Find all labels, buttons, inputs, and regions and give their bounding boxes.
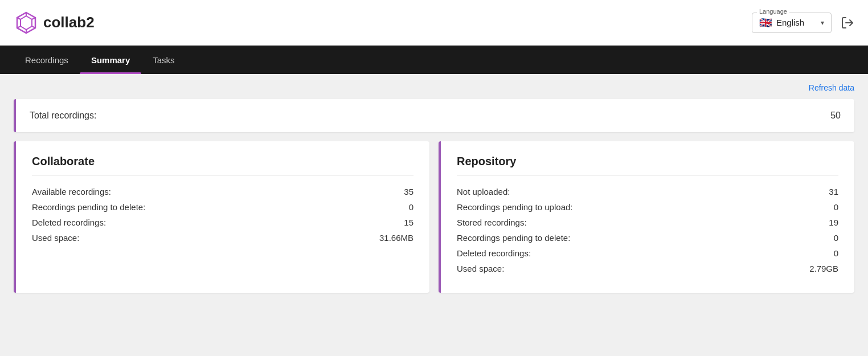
table-row: Used space: 2.79GB xyxy=(457,264,838,273)
total-recordings-label: Total recordings: xyxy=(30,111,96,121)
repository-divider xyxy=(457,175,838,175)
collaborate-available-label: Available recordings: xyxy=(32,187,111,197)
tab-recordings[interactable]: Recordings xyxy=(14,46,80,74)
table-row: Not uploaded: 31 xyxy=(457,187,838,197)
language-selector[interactable]: Language 🇬🇧 English ▾ xyxy=(752,13,832,33)
refresh-row: Refresh data xyxy=(14,83,854,92)
table-row: Recordings pending to upload: 0 xyxy=(457,202,838,212)
repo-pending-delete-value: 0 xyxy=(834,233,838,243)
collaborate-used-space-value: 31.66MB xyxy=(379,233,413,243)
total-recordings-card: Total recordings: 50 xyxy=(14,99,854,132)
repo-not-uploaded-value: 31 xyxy=(829,187,838,197)
logo: collab2 xyxy=(14,10,95,35)
header-right: Language 🇬🇧 English ▾ xyxy=(752,13,854,33)
svg-marker-1 xyxy=(21,16,32,30)
table-row: Used space: 31.66MB xyxy=(32,233,413,243)
repository-title: Repository xyxy=(457,155,838,168)
table-row: Available recordings: 35 xyxy=(32,187,413,197)
repo-pending-delete-label: Recordings pending to delete: xyxy=(457,233,570,243)
table-row: Recordings pending to delete: 0 xyxy=(32,202,413,212)
repo-not-uploaded-label: Not uploaded: xyxy=(457,187,510,197)
language-label: Language xyxy=(757,8,789,15)
table-row: Stored recordings: 19 xyxy=(457,218,838,227)
collaborate-pending-delete-label: Recordings pending to delete: xyxy=(32,202,145,212)
repo-used-space-value: 2.79GB xyxy=(809,264,838,273)
table-row: Deleted recordings: 0 xyxy=(457,248,838,258)
repo-pending-upload-value: 0 xyxy=(834,202,838,212)
collaborate-deleted-label: Deleted recordings: xyxy=(32,218,106,227)
content: Refresh data Total recordings: 50 Collab… xyxy=(0,74,868,356)
repo-deleted-value: 0 xyxy=(834,248,838,258)
refresh-data-link[interactable]: Refresh data xyxy=(809,83,854,92)
logo-text: collab2 xyxy=(43,14,95,31)
repo-stored-label: Stored recordings: xyxy=(457,218,527,227)
repo-pending-upload-label: Recordings pending to upload: xyxy=(457,202,572,212)
tab-tasks[interactable]: Tasks xyxy=(141,46,186,74)
cards-row: Collaborate Available recordings: 35 Rec… xyxy=(14,141,854,293)
collaborate-available-value: 35 xyxy=(404,187,413,197)
repo-used-space-label: Used space: xyxy=(457,264,504,273)
logo-icon xyxy=(14,10,39,35)
language-flag: 🇬🇧 xyxy=(759,17,772,29)
collaborate-used-space-label: Used space: xyxy=(32,233,79,243)
language-text: English xyxy=(776,18,816,27)
table-row: Recordings pending to delete: 0 xyxy=(457,233,838,243)
repo-deleted-label: Deleted recordings: xyxy=(457,248,531,258)
chevron-down-icon: ▾ xyxy=(821,19,824,27)
collaborate-title: Collaborate xyxy=(32,155,413,168)
tab-summary[interactable]: Summary xyxy=(80,46,141,74)
nav: Recordings Summary Tasks xyxy=(0,46,868,74)
header: collab2 Language 🇬🇧 English ▾ xyxy=(0,0,868,46)
collaborate-divider xyxy=(32,175,413,175)
repository-card: Repository Not uploaded: 31 Recordings p… xyxy=(439,141,854,293)
collaborate-deleted-value: 15 xyxy=(404,218,413,227)
logout-button[interactable] xyxy=(841,16,854,30)
table-row: Deleted recordings: 15 xyxy=(32,218,413,227)
collaborate-card: Collaborate Available recordings: 35 Rec… xyxy=(14,141,429,293)
collaborate-pending-delete-value: 0 xyxy=(409,202,413,212)
total-recordings-value: 50 xyxy=(830,111,841,121)
repo-stored-value: 19 xyxy=(829,218,838,227)
